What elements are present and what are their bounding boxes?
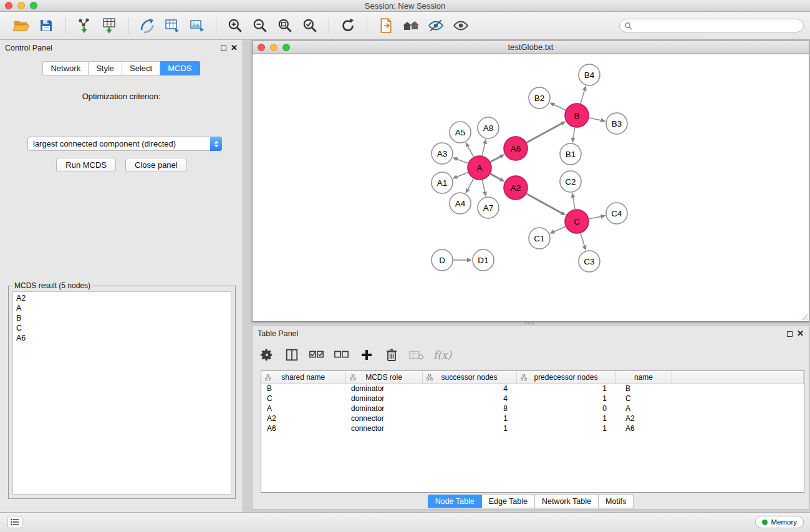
table-cell[interactable]: C [261, 394, 345, 404]
panel-splitter-handle[interactable] [526, 322, 536, 324]
export-image-icon[interactable] [186, 16, 208, 36]
table-cell[interactable]: A [261, 404, 345, 414]
table-row[interactable]: A6connector11A6 [261, 423, 804, 433]
column-header-name[interactable]: name [615, 371, 672, 384]
table-cell[interactable]: 1 [516, 394, 615, 404]
mcds-result-item[interactable]: A [13, 303, 231, 313]
column-header-predecessor-nodes[interactable]: predecessor nodes [516, 371, 615, 384]
close-table-panel-icon[interactable]: ✕ [797, 331, 804, 337]
zoom-out-icon[interactable] [249, 16, 271, 36]
dropdown-stepper-icon[interactable] [210, 137, 222, 151]
float-panel-icon[interactable] [221, 46, 226, 51]
mcds-result-item[interactable]: B [13, 313, 231, 323]
table-cell[interactable]: A [615, 404, 672, 414]
mcds-result-list[interactable]: A2ABCA6 [12, 291, 231, 495]
table-cell[interactable]: B [261, 384, 345, 394]
graph-edge-C-C2[interactable] [573, 197, 575, 210]
table-cell[interactable]: 0 [516, 404, 615, 414]
float-table-panel-icon[interactable] [787, 331, 793, 337]
tab-select[interactable]: Select [122, 61, 160, 75]
tab-style[interactable]: Style [89, 61, 122, 75]
graph-edge-A-A4[interactable] [468, 179, 474, 190]
tab-network-table[interactable]: Network Table [535, 495, 599, 508]
table-cell[interactable]: B [615, 384, 672, 394]
new-network-icon[interactable] [137, 16, 158, 36]
import-network-from-file-icon[interactable] [74, 16, 95, 36]
graph-edge-A-A5[interactable] [468, 146, 474, 157]
delete-table-icon[interactable] [408, 347, 425, 363]
close-panel-button[interactable]: Close panel [125, 158, 187, 172]
column-header-successor-nodes[interactable]: successor nodes [422, 371, 516, 384]
mcds-result-item[interactable]: A2 [13, 293, 231, 303]
table-cell[interactable]: 1 [422, 414, 516, 423]
table-cell[interactable]: dominator [345, 404, 422, 414]
table-cell[interactable]: 4 [422, 394, 516, 404]
graph-edge-C-C1[interactable] [554, 226, 566, 232]
table-cell[interactable]: 1 [422, 423, 516, 433]
graph-edge-A-A8[interactable] [482, 143, 485, 155]
run-mcds-button[interactable]: Run MCDS [56, 158, 116, 172]
home-icon[interactable] [400, 16, 422, 36]
zoom-selected-icon[interactable] [299, 16, 321, 36]
table-cell[interactable]: 1 [516, 384, 615, 394]
search-input[interactable] [635, 21, 791, 30]
select-all-icon[interactable] [309, 347, 325, 363]
delete-rows-icon[interactable] [383, 347, 400, 363]
import-table-from-file-icon[interactable] [99, 16, 120, 36]
mcds-result-item[interactable]: C [13, 323, 231, 333]
table-row[interactable]: Adominator80A [261, 404, 804, 414]
graph-edge-B-B1[interactable] [573, 128, 575, 139]
tab-network[interactable]: Network [42, 61, 89, 75]
close-panel-icon[interactable]: ✕ [231, 45, 238, 51]
refresh-icon[interactable] [337, 16, 359, 36]
resize-grip-icon[interactable] [800, 312, 808, 321]
graph-edge-B-B2[interactable] [554, 105, 566, 110]
add-row-icon[interactable] [359, 347, 375, 363]
tab-mcds[interactable]: MCDS [160, 61, 200, 75]
graph-edge-B-B4[interactable] [581, 90, 585, 104]
open-document-icon[interactable] [375, 16, 397, 36]
table-cell[interactable]: connector [345, 423, 422, 433]
table-cell[interactable]: C [615, 394, 672, 404]
table-cell[interactable]: 1 [516, 414, 615, 423]
unselect-all-icon[interactable] [334, 347, 350, 363]
paint-details-icon[interactable] [425, 16, 446, 36]
graph-edge-A-A6[interactable] [491, 157, 501, 162]
graph-edge-A-A1[interactable] [456, 172, 468, 177]
table-cell[interactable]: dominator [345, 384, 422, 394]
column-header-mcds-role[interactable]: MCDS role [345, 371, 422, 384]
graph-edge-A-A7[interactable] [482, 180, 485, 193]
graph-edge-A6-B[interactable] [527, 123, 562, 143]
tab-node-table[interactable]: Node Table [428, 495, 482, 508]
table-cell[interactable]: A6 [615, 423, 672, 433]
graph-edge-C-C3[interactable] [581, 233, 585, 246]
table-cell[interactable]: 4 [422, 384, 516, 394]
table-row[interactable]: Cdominator41C [261, 394, 804, 404]
new-network-table-icon[interactable] [162, 16, 183, 36]
show-details-icon[interactable] [450, 16, 471, 36]
graph-edge-A-A2[interactable] [491, 174, 501, 180]
optimization-criterion-dropdown[interactable]: largest connected component (directed) [27, 137, 222, 151]
graph-edge-A-A3[interactable] [456, 159, 468, 163]
table-cell[interactable]: connector [345, 414, 422, 423]
table-cell[interactable]: 8 [422, 404, 516, 414]
graph-edge-A2-C[interactable] [527, 194, 562, 213]
table-cell[interactable]: A2 [261, 414, 345, 423]
task-history-button[interactable] [7, 516, 22, 528]
graph-edge-B-B3[interactable] [589, 118, 602, 120]
table-cell[interactable]: A2 [615, 414, 672, 423]
function-builder-icon[interactable]: f(x) [433, 349, 451, 361]
memory-button[interactable]: Memory [755, 516, 804, 528]
zoom-fit-icon[interactable] [274, 16, 296, 36]
table-cell[interactable]: dominator [345, 394, 422, 404]
column-header-shared-name[interactable]: shared name [261, 371, 345, 384]
table-cell[interactable]: 1 [516, 423, 615, 433]
open-session-icon[interactable] [11, 16, 32, 36]
network-canvas[interactable]: B4B2BB3A5A8A6B1A3AC2A1A2A4A7C4CC1C3DD1 [253, 54, 809, 321]
graph-edge-C-C4[interactable] [589, 216, 602, 219]
tab-motifs[interactable]: Motifs [599, 495, 634, 508]
table-row[interactable]: Bdominator41B [261, 384, 804, 394]
table-row[interactable]: A2connector11A2 [261, 414, 804, 423]
table-cell[interactable]: A6 [261, 423, 345, 433]
tab-edge-table[interactable]: Edge Table [482, 495, 535, 508]
